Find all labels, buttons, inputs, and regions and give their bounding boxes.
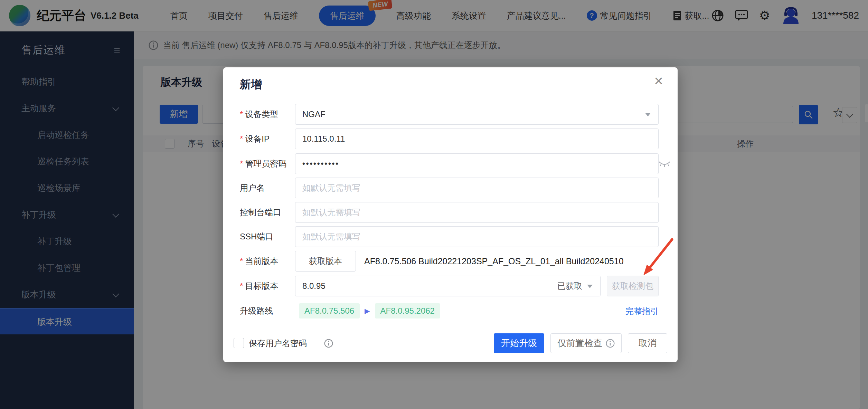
field-row-console-port: 控制台端口 — [223, 202, 678, 223]
modal-title: 新增 — [240, 77, 262, 92]
get-version-button[interactable]: 获取版本 — [295, 251, 356, 272]
caret-down-icon — [587, 285, 593, 288]
admin-password-input[interactable] — [295, 153, 659, 174]
upgrade-path-from-tag: AF8.0.75.506 — [299, 303, 360, 318]
field-row-current-version: *当前版本 获取版本 AF8.0.75.506 Build20221203SP_… — [223, 251, 678, 272]
modal-action-buttons: 开始升级 仅前置检查 取消 — [494, 333, 667, 353]
get-check-package-button[interactable]: 获取检测包 — [607, 276, 659, 296]
modal-footer: 保存用户名密码 开始升级 仅前置检查 取消 — [223, 333, 678, 353]
device-type-value: NGAF — [302, 110, 326, 119]
precheck-only-button[interactable]: 仅前置检查 — [550, 333, 622, 353]
username-input[interactable] — [295, 178, 659, 198]
target-version-select[interactable]: 8.0.95 已获取 — [295, 276, 601, 296]
info-icon — [606, 339, 615, 348]
ssh-port-input[interactable] — [295, 226, 659, 247]
required-asterisk: * — [240, 110, 243, 119]
save-credentials-label: 保存用户名密码 — [249, 333, 307, 353]
caret-down-icon — [645, 113, 651, 116]
upgrade-path-tags: AF8.0.75.506 ▶ AF8.0.95.2062 — [299, 302, 440, 320]
target-version-value: 8.0.95 — [302, 281, 326, 291]
add-device-modal: 新增 × *设备类型 NGAF *设备IP *管理员密码 用户名 — [223, 67, 678, 362]
field-row-admin-password: *管理员密码 — [223, 153, 678, 174]
field-row-upgrade-path: 升级路线 AF8.0.75.506 ▶ AF8.0.95.2062 完整指引 — [223, 302, 678, 320]
field-row-device-type: *设备类型 NGAF — [223, 104, 678, 125]
required-asterisk: * — [240, 159, 243, 168]
console-port-input[interactable] — [295, 202, 659, 223]
cancel-button[interactable]: 取消 — [628, 333, 667, 353]
field-row-target-version: *目标版本 8.0.95 已获取 获取检测包 — [223, 276, 678, 296]
field-row-device-ip: *设备IP — [223, 129, 678, 149]
close-icon[interactable]: × — [652, 73, 665, 89]
save-credentials-checkbox[interactable] — [234, 338, 244, 348]
path-arrow-icon: ▶ — [365, 307, 370, 315]
upgrade-path-to-tag: AF8.0.95.2062 — [375, 303, 440, 318]
start-upgrade-button[interactable]: 开始升级 — [494, 333, 544, 353]
eye-closed-icon[interactable] — [658, 160, 671, 168]
required-asterisk: * — [240, 281, 243, 291]
required-asterisk: * — [240, 134, 243, 143]
field-row-username: 用户名 — [223, 178, 678, 198]
full-guide-link[interactable]: 完整指引 — [625, 306, 659, 317]
current-version-value: AF8.0.75.506 Build20221203SP_AF_OS_ZL_01… — [364, 251, 624, 272]
device-ip-input[interactable] — [295, 129, 659, 149]
info-icon[interactable] — [324, 339, 333, 348]
device-type-select[interactable]: NGAF — [295, 104, 659, 125]
required-asterisk: * — [240, 256, 243, 266]
field-row-ssh-port: SSH端口 — [223, 226, 678, 247]
target-version-status: 已获取 — [557, 280, 582, 292]
app-root: 纪元平台 V6.1.2 Beta 首页 项目交付 售后运维 售后运维 NEW 高… — [0, 0, 868, 409]
